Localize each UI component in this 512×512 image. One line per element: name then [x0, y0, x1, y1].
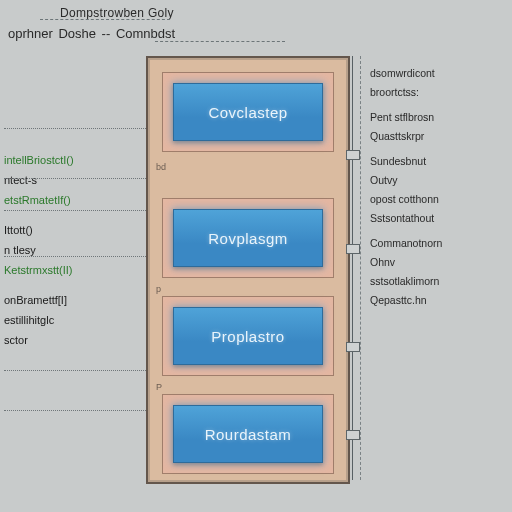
slot: Rovplasgm — [162, 198, 334, 278]
right-label: broortctss: — [370, 83, 510, 102]
gap-label: P — [156, 382, 162, 392]
slot: Rourdastam — [162, 394, 334, 474]
slot: Proplastro — [162, 296, 334, 376]
diagram-title-secondary: oprhner Doshe -- Comnbdst — [8, 26, 175, 41]
right-label: Ohnv — [370, 253, 510, 272]
right-label: dsomwrdicont — [370, 64, 510, 83]
diagram-title-primary: Dompstrowben Goly — [60, 6, 174, 20]
gap-label: p — [156, 284, 161, 294]
right-label: Sstsontathout — [370, 209, 510, 228]
port-tick — [346, 430, 360, 440]
connector-line — [4, 370, 146, 371]
chip-rovplasgm: Rovplasgm — [173, 209, 323, 267]
gap-label: bd — [156, 162, 166, 172]
right-label-column: dsomwrdicont broortctss: Pent stflbrosn … — [370, 64, 510, 310]
chip-rourdastam: Rourdastam — [173, 405, 323, 463]
slot: Covclastep — [162, 72, 334, 152]
bus-line — [352, 56, 353, 480]
right-label: Commanotnorn — [370, 234, 510, 253]
port-tick — [346, 150, 360, 160]
left-label: ntect-s — [4, 170, 144, 190]
port-tick — [346, 342, 360, 352]
connector-line — [4, 128, 146, 129]
component-frame: Covclastep bd Rovplasgm p Proplastro P R… — [146, 56, 350, 484]
connector-line — [4, 210, 146, 211]
rule-line — [40, 19, 170, 20]
chip-covclastep: Covclastep — [173, 83, 323, 141]
bus-line-dashed — [360, 56, 361, 480]
right-label: sstsotlaklimorn — [370, 272, 510, 291]
left-label: etstRmatetIf() — [4, 190, 144, 210]
left-label: intellBriostctI() — [4, 150, 144, 170]
left-label-column: intellBriostctI() ntect-s etstRmatetIf()… — [4, 150, 144, 350]
left-label: estillihitglc — [4, 310, 144, 330]
right-label: Quasttskrpr — [370, 127, 510, 146]
left-label: onBramettf[I] — [4, 290, 144, 310]
right-label: Outvy — [370, 171, 510, 190]
connector-line — [4, 256, 146, 257]
connector-line — [4, 178, 146, 179]
left-label: Ittott() — [4, 220, 144, 240]
port-tick — [346, 244, 360, 254]
left-label: n tlesy — [4, 240, 144, 260]
left-label: Ketstrmxstt(II) — [4, 260, 144, 280]
right-label: Pent stflbrosn — [370, 108, 510, 127]
connector-line — [4, 410, 146, 411]
rule-line — [155, 41, 285, 42]
right-label: Sundesbnut — [370, 152, 510, 171]
left-label: sctor — [4, 330, 144, 350]
right-label: Qepasttc.hn — [370, 291, 510, 310]
chip-proplastro: Proplastro — [173, 307, 323, 365]
right-label: opost cotthonn — [370, 190, 510, 209]
